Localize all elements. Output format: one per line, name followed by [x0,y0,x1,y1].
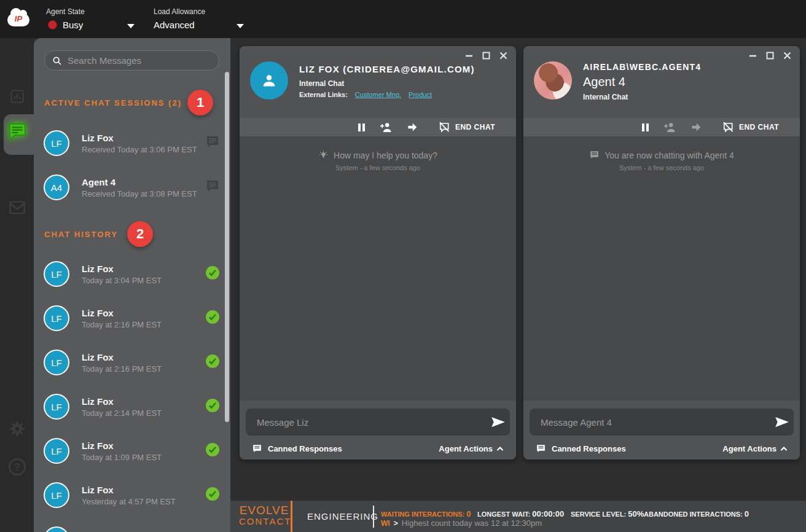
divider [291,501,292,532]
minimize-icon[interactable] [465,52,473,60]
team-name: ENGINEERING [307,511,378,522]
longest-wait-stat: LONGEST WAIT: 00:00:00 [477,509,564,518]
agent-name: Agent 4 [583,75,701,89]
divider [373,506,374,528]
help-icon[interactable]: ? [7,457,27,479]
chat-toolbar: END CHAT [240,118,516,136]
contact-avatar [250,61,288,100]
history-time: Today at 1:09 PM EST [82,453,205,462]
session-time: Received Today at 3:06 PM EST [82,145,205,154]
end-chat-label: END CHAT [739,123,779,131]
completed-check-icon [205,354,220,371]
completed-check-icon [205,487,220,504]
session-name: Agent 4 [82,177,205,187]
chevron-down-icon[interactable] [237,24,244,28]
completed-check-icon [205,310,220,327]
chevron-down-icon[interactable] [127,24,135,28]
gear-icon[interactable] [7,419,27,441]
session-time: Received Today at 3:08 PM EST [82,189,205,198]
contact-title: AIRELAB\WEBC.AGENT4 [583,62,701,72]
history-name: Liz Fox [82,264,205,274]
close-icon[interactable] [499,52,507,60]
hold-chat-icon[interactable] [642,123,649,131]
chat-session-item[interactable]: LF Liz Fox Received Today at 3:06 PM EST [44,126,223,160]
maximize-icon[interactable] [766,52,774,60]
history-time: Today at 2:16 PM EST [82,364,205,374]
history-item[interactable]: LF Liz FoxToday at 1:09 PM EST [44,434,223,468]
chat-type-label: Internal Chat [583,93,701,101]
scrollbar-thumb[interactable] [225,72,229,422]
history-item[interactable]: LF Liz FoxToday at 2:16 PM EST [44,301,223,335]
agent-actions-button[interactable]: Agent Actions [722,444,788,453]
avatar: LF [44,130,69,156]
end-chat-icon [722,121,734,133]
active-sessions-header: ACTIVE CHAT SESSIONS (2) [44,98,182,108]
chat-icon[interactable] [7,120,28,144]
end-chat-label: END CHAT [455,123,495,131]
load-allowance-value: Advanced [154,20,195,30]
agent-actions-label: Agent Actions [439,444,493,453]
add-participant-icon [663,122,676,133]
canned-responses-button[interactable]: Canned Responses [536,444,626,454]
agent-actions-button[interactable]: Agent Actions [439,444,504,453]
external-link-product[interactable]: Product [409,91,432,98]
history-item[interactable]: LF Liz Fox [44,522,223,532]
left-icon-rail: ? [0,38,34,532]
reports-icon[interactable] [9,88,25,107]
chat-window-agent4: AIRELAB\WEBC.AGENT4 Agent 4 Internal Cha… [523,46,800,460]
waiting-interactions-ticker: WI > Highest count today was 12 at 12:30… [381,518,542,528]
message-input[interactable] [530,409,794,436]
email-icon[interactable] [9,200,26,217]
external-link-customer-mng[interactable]: Customer Mng. [355,91,401,98]
messages-panel: ACTIVE CHAT SESSIONS (2) 1 LF Liz Fox Re… [34,38,230,532]
contact-title: LIZ FOX (CRIDEREA@GMAIL.COM) [299,64,475,74]
ticker-prefix: WI [381,519,390,528]
close-icon[interactable] [783,52,791,60]
completed-check-icon [205,265,220,283]
completed-check-icon [205,398,220,415]
agent-actions-label: Agent Actions [722,444,777,453]
chevron-up-icon [496,446,504,452]
completed-check-icon [205,442,220,460]
agent-state-dropdown[interactable]: Busy [48,20,83,30]
history-item[interactable]: LF Liz FoxToday at 2:14 PM EST [44,389,223,424]
abandoned-interactions-stat: ABANDONED INTERACTIONS: 0 [644,509,749,518]
search-icon [52,56,62,66]
chat-session-item[interactable]: A4 Agent 4 Received Today at 3:08 PM EST [44,170,223,205]
history-item[interactable]: LF Liz FoxToday at 3:04 PM EST [44,257,223,291]
active-sessions-badge: 1 [187,90,213,115]
avatar: LF [44,350,69,375]
message-input[interactable] [246,409,510,436]
canned-responses-button[interactable]: Canned Responses [252,444,342,454]
search-input[interactable] [68,55,211,66]
end-chat-button[interactable]: END CHAT [438,121,495,133]
history-item[interactable]: LF Liz FoxYesterday at 4:57 PM EST [44,478,223,512]
add-participant-icon[interactable] [379,122,393,133]
window-header: AIRELAB\WEBC.AGENT4 Agent 4 Internal Cha… [523,46,800,118]
history-name: Liz Fox [82,308,205,318]
maximize-icon[interactable] [482,52,490,60]
chat-type-label: Internal Chat [299,79,475,88]
chat-bubble-icon [205,179,220,196]
send-icon[interactable] [490,414,506,432]
avatar: LF [44,305,69,331]
top-bar: IP Agent State Busy Load Allowance Advan… [0,0,806,38]
chat-bubble-icon [205,135,220,152]
avatar: A4 [44,174,69,200]
busy-status-icon [48,20,57,29]
hold-chat-icon[interactable] [358,123,365,131]
minimize-icon[interactable] [749,52,757,60]
transfer-chat-icon[interactable] [407,122,418,132]
logo-line-1: EVOLVE [239,504,289,517]
service-level-stat: SERVICE LEVEL: 50% [571,509,644,518]
logo-line-2: CONTACT [239,516,289,526]
system-meta: System - a few seconds ago [335,164,420,171]
load-allowance-dropdown[interactable]: Advanced [154,20,195,30]
end-chat-button[interactable]: END CHAT [722,121,779,133]
history-time: Today at 2:14 PM EST [82,409,205,418]
avatar: LF [44,438,69,464]
history-item[interactable]: LF Liz FoxToday at 2:16 PM EST [44,345,223,380]
send-icon[interactable] [774,414,790,432]
evolve-contact-logo: EVOLVE CONTACT [239,504,289,526]
history-name: Liz Fox [82,396,205,407]
